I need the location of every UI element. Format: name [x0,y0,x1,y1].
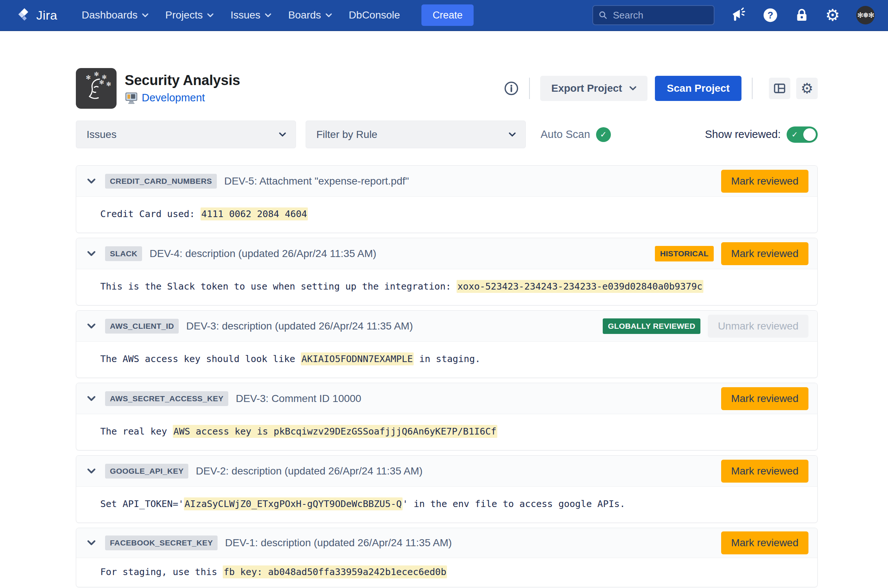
status-badge: GLOBALLY REVIEWED [603,318,700,334]
review-button[interactable]: Mark reviewed [721,531,808,554]
finding-title: DEV-1: description (updated 26/Apr/24 11… [225,537,452,549]
chevron-down-icon [142,14,148,17]
collapse-chevron-icon[interactable] [87,178,95,184]
show-reviewed-control: Show reviewed: ✓ [705,126,818,143]
secret-highlight: AKIAIO5FODNN7EXAMPLE [301,352,414,365]
info-icon [504,81,519,96]
finding-body: Credit Card used: 4111 0062 2084 4604 [76,197,817,232]
rule-badge: GOOGLE_API_KEY [105,464,188,478]
announcements-button[interactable] [731,8,746,23]
finding-body: This is the Slack token to use when sett… [76,269,817,305]
secret-highlight: AWS access key is pkBcqiwzv29DEzGSSoafjj… [173,425,497,438]
secret-highlight: xoxo-523423-234243-234233-e039d02840a0b9… [457,280,703,293]
board-view-button[interactable] [769,78,790,99]
export-project-button[interactable]: Export Project [540,76,648,101]
review-button[interactable]: Unmark reviewed [708,315,808,338]
page-title: Security Analysis [125,72,240,88]
finding-body: The real key AWS access key is pkBcqiwzv… [76,414,817,450]
chevron-down-icon [265,14,271,17]
finding-header[interactable]: AWS_SECRET_ACCESS_KEY DEV-3: Comment ID … [76,383,817,414]
review-button[interactable]: Mark reviewed [721,460,808,483]
svg-text:✻: ✻ [86,74,91,81]
rule-filter-select[interactable]: Filter by Rule [306,120,526,148]
svg-text:?: ? [767,10,773,20]
snowflake-avatar-icon: ✻❅✻ [857,11,874,20]
finding-card: AWS_SECRET_ACCESS_KEY DEV-3: Comment ID … [76,383,818,450]
finding-card: FACEBOOK_SECRET_KEY DEV-1: description (… [76,528,818,587]
settings-button[interactable]: ⚙ [825,7,840,23]
finding-body: The AWS access key should look like AKIA… [76,342,817,378]
create-button[interactable]: Create [421,4,473,26]
svg-text:✻: ✻ [94,70,99,78]
jira-logo-text: Jira [36,8,57,22]
finding-body: For staging, use this fb key: ab048ad50f… [76,558,817,587]
toggle-check-icon: ✓ [792,130,798,139]
nav-dbconsole[interactable]: DbConsole [349,9,400,21]
collapse-chevron-icon[interactable] [87,251,95,256]
gear-icon: ⚙ [825,7,840,23]
collapse-chevron-icon[interactable] [87,468,95,474]
megaphone-icon [731,8,746,23]
finding-body: Set API_TOKEN='AIzaSyCLWjZ0_ETxgPOxH-gQY… [76,487,817,522]
collapse-chevron-icon[interactable] [87,540,95,546]
findings-list: CREDIT_CARD_NUMBERS DEV-5: Attachment "e… [76,165,818,588]
search-box[interactable] [592,5,714,25]
review-button[interactable]: Mark reviewed [721,387,808,410]
nav-boards[interactable]: Boards [288,9,332,21]
collapse-chevron-icon[interactable] [87,324,95,329]
search-icon [598,10,608,21]
monitor-icon [125,92,138,105]
finding-title: DEV-4: description (updated 26/Apr/24 11… [149,248,376,260]
toggle-knob [803,128,816,141]
main-nav: Dashboards Projects Issues Boards DbCons… [82,9,417,21]
auto-scan-indicator: Auto Scan ✓ [541,127,611,142]
gear-icon: ⚙ [801,81,813,95]
rule-badge: SLACK [105,246,142,261]
info-button[interactable] [504,81,519,96]
finding-card: CREDIT_CARD_NUMBERS DEV-5: Attachment "e… [76,165,818,233]
rule-badge: FACEBOOK_SECRET_KEY [105,536,218,550]
jira-logo[interactable]: Jira [16,7,57,23]
secret-highlight: fb key: ab048ad50ffa33959a242b1ecec6ed0b [223,566,447,578]
secret-highlight: 4111 0062 2084 4604 [201,207,308,220]
scan-project-button[interactable]: Scan Project [655,76,741,101]
project-settings-button[interactable]: ⚙ [796,78,818,99]
divider [529,78,530,99]
chevron-down-icon [279,132,286,137]
svg-text:✻: ✻ [99,79,104,86]
search-input[interactable] [612,9,711,21]
jira-logo-icon [16,7,33,23]
finding-header[interactable]: CREDIT_CARD_NUMBERS DEV-5: Attachment "e… [76,166,817,197]
nav-dashboards[interactable]: Dashboards [82,9,148,21]
issues-filter-select[interactable]: Issues [76,120,296,148]
finding-title: DEV-3: description (updated 26/Apr/24 11… [186,320,413,332]
lock-icon [794,8,809,22]
security-button[interactable] [794,8,809,22]
finding-header[interactable]: SLACK DEV-4: description (updated 26/Apr… [76,238,817,269]
auto-scan-check-icon: ✓ [596,127,611,142]
user-avatar[interactable]: ✻❅✻ [856,6,874,24]
collapse-chevron-icon[interactable] [87,396,95,401]
show-reviewed-label: Show reviewed: [705,128,781,141]
status-badge: HISTORICAL [655,246,714,261]
finding-card: AWS_CLIENT_ID DEV-3: description (update… [76,310,818,378]
finding-card: SLACK DEV-4: description (updated 26/Apr… [76,238,818,306]
nav-issues[interactable]: Issues [230,9,271,21]
nav-projects[interactable]: Projects [165,9,213,21]
project-link[interactable]: Development [142,92,205,104]
chevron-down-icon [509,132,516,137]
finding-header[interactable]: FACEBOOK_SECRET_KEY DEV-1: description (… [76,528,817,558]
divider [752,78,753,99]
finding-card: GOOGLE_API_KEY DEV-2: description (updat… [76,455,818,523]
help-button[interactable]: ? [763,8,778,23]
finding-header[interactable]: GOOGLE_API_KEY DEV-2: description (updat… [76,456,817,487]
top-navbar: Jira Dashboards Projects Issues Boards D… [0,0,888,31]
secret-highlight: AIzaSyCLWjZ0_ETxgPOxH-gQYT9ODeWcBBZU5-Q [184,497,403,510]
finding-header[interactable]: AWS_CLIENT_ID DEV-3: description (update… [76,310,817,342]
chevron-down-icon [207,14,213,17]
show-reviewed-toggle[interactable]: ✓ [787,126,818,143]
rule-badge: AWS_CLIENT_ID [105,319,179,334]
review-button[interactable]: Mark reviewed [721,242,808,265]
help-icon: ? [763,8,778,23]
review-button[interactable]: Mark reviewed [721,170,808,193]
